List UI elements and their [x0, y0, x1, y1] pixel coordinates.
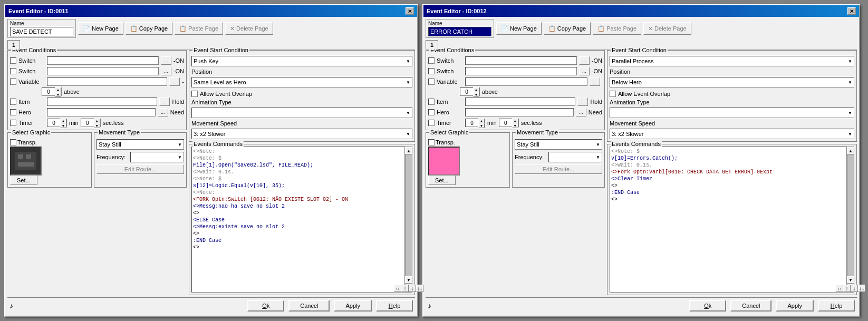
switch2-input-right[interactable]	[465, 67, 577, 75]
switch2-input-left[interactable]	[47, 67, 159, 75]
ok-btn-right[interactable]: Ok	[689, 300, 726, 312]
set-btn-left[interactable]: Set...	[10, 176, 37, 185]
event-start-select-right[interactable]: Parallel Process ▼	[610, 56, 854, 66]
paste-page-btn-left[interactable]: 📋 Paste Page	[175, 22, 223, 35]
spinner-up-left[interactable]: ▲	[55, 87, 61, 92]
var-checkbox-left[interactable]	[10, 79, 16, 85]
hero-checkbox-left[interactable]	[10, 109, 16, 115]
timer-checkbox-right[interactable]	[428, 120, 435, 126]
switch2-checkbox-left[interactable]	[10, 68, 16, 74]
event-start-select-left[interactable]: Push Key ▼	[191, 56, 412, 66]
cancel-btn-left[interactable]: Cancel	[288, 300, 330, 312]
arrow-btn-1-right[interactable]: ↔	[836, 285, 843, 292]
timer-min-down-left[interactable]: ▼	[60, 123, 66, 128]
var-btn-left[interactable]: ...	[169, 77, 180, 86]
scroll-up-right[interactable]: ▲	[847, 147, 854, 154]
switch1-btn-left[interactable]: ...	[161, 56, 171, 65]
timer-sec-down-left[interactable]: ▼	[94, 123, 100, 128]
switch2-checkbox-right[interactable]	[428, 68, 435, 74]
arrow-btn-2-right[interactable]: ↑	[843, 285, 851, 292]
edit-route-btn-right[interactable]: Edit Route...	[515, 164, 602, 174]
arrow-btn-4-left[interactable]: ↓↓	[416, 285, 423, 292]
timer-sec-input-right[interactable]	[499, 120, 512, 126]
scroll-down-left[interactable]: ▼	[405, 276, 412, 284]
item-btn-right[interactable]: ...	[577, 98, 588, 106]
scroll-track-right[interactable]	[847, 154, 854, 276]
switch1-input-right[interactable]	[465, 56, 577, 65]
name-input-left[interactable]: SAVE DETECT	[10, 27, 73, 36]
var-btn-right[interactable]: ...	[590, 77, 600, 86]
speed-select-left[interactable]: 3: x2 Slower ▼	[191, 129, 412, 139]
name-input-right[interactable]: ERROR CATCH	[428, 27, 491, 36]
switch1-input-left[interactable]	[47, 56, 159, 65]
code-area-left[interactable]: <>Note: <>Note: $ File[1].Open("Save02.l…	[191, 147, 405, 293]
var-checkbox-right[interactable]	[428, 79, 435, 85]
anim-select-right[interactable]: ▼	[610, 108, 854, 118]
item-input-left[interactable]	[47, 98, 157, 106]
timer-sec-input-left[interactable]	[81, 120, 94, 126]
var-input-left[interactable]	[47, 77, 167, 86]
movement-select-right[interactable]: Stay Still ▼	[515, 139, 602, 150]
arrow-btn-3-right[interactable]: ↓	[851, 285, 858, 292]
transp-checkbox-left[interactable]	[10, 139, 16, 145]
help-btn-right[interactable]: Help	[818, 300, 855, 312]
hero-btn-right[interactable]: ...	[576, 108, 586, 116]
scroll-down-right[interactable]: ▼	[847, 276, 854, 284]
arrow-btn-1-left[interactable]: ↔	[394, 285, 401, 292]
timer-min-input-right[interactable]	[466, 120, 478, 126]
apply-btn-left[interactable]: Apply	[334, 300, 372, 312]
movement-select-left[interactable]: Stay Still ▼	[97, 139, 184, 150]
help-btn-left[interactable]: Help	[376, 300, 413, 312]
cancel-btn-right[interactable]: Cancel	[730, 300, 771, 312]
graphic-preview-left[interactable]	[10, 147, 42, 176]
timer-min-input-left[interactable]	[47, 120, 60, 126]
tab-1-left[interactable]: 1	[7, 40, 20, 50]
copy-page-btn-left[interactable]: 📋 Copy Page	[126, 22, 172, 35]
spinner-input-right[interactable]	[460, 89, 473, 95]
scroll-up-left[interactable]: ▲	[405, 147, 412, 154]
code-area-right[interactable]: <>Note: $ v[10]=Errors.Catch(); <>Wait: …	[610, 147, 847, 293]
edit-route-btn-left[interactable]: Edit Route...	[97, 164, 184, 174]
new-page-btn-left[interactable]: 📄 New Page	[78, 22, 123, 35]
speed-select-right[interactable]: 3: x2 Slower ▼	[610, 129, 854, 139]
spinner-down-left[interactable]: ▼	[55, 92, 61, 97]
switch1-checkbox-right[interactable]	[428, 57, 435, 64]
arrow-btn-2-left[interactable]: ↑	[401, 285, 409, 292]
delete-page-btn-left[interactable]: ✕ Delete Page	[225, 22, 273, 35]
switch1-btn-right[interactable]: ...	[579, 56, 590, 65]
arrow-btn-3-left[interactable]: ↓	[409, 285, 416, 292]
var-input-right[interactable]	[465, 77, 587, 86]
spinner-up-right[interactable]: ▲	[473, 87, 479, 92]
overlap-checkbox-right[interactable]	[610, 91, 616, 97]
timer-sec-down-right[interactable]: ▼	[512, 123, 518, 128]
item-btn-left[interactable]: ...	[159, 98, 170, 106]
tab-1-right[interactable]: 1	[426, 40, 438, 50]
position-select-right[interactable]: Below Hero ▼	[610, 77, 854, 87]
ok-btn-left[interactable]: Ok	[247, 300, 284, 312]
hero-input-right[interactable]	[465, 108, 574, 116]
transp-checkbox-right[interactable]	[428, 139, 435, 145]
timer-sec-up-left[interactable]: ▲	[94, 119, 100, 123]
freq-select-right[interactable]: ▼	[548, 152, 602, 162]
timer-min-up-right[interactable]: ▲	[478, 119, 485, 123]
spinner-down-right[interactable]: ▼	[473, 92, 479, 97]
scroll-track-left[interactable]	[406, 154, 412, 276]
overlap-checkbox-left[interactable]	[191, 91, 198, 97]
freq-select-left[interactable]: ▼	[130, 152, 184, 162]
item-checkbox-left[interactable]	[10, 99, 16, 105]
close-btn-left[interactable]: ✕	[406, 7, 414, 15]
item-checkbox-right[interactable]	[428, 99, 435, 105]
apply-btn-right[interactable]: Apply	[776, 300, 814, 312]
anim-select-left[interactable]: ▼	[191, 108, 412, 118]
paste-page-btn-right[interactable]: 📋 Paste Page	[593, 22, 641, 35]
timer-checkbox-left[interactable]	[10, 120, 16, 126]
timer-min-down-right[interactable]: ▼	[478, 123, 485, 128]
new-page-btn-right[interactable]: 📄 New Page	[496, 22, 542, 35]
switch2-btn-left[interactable]: ...	[161, 67, 171, 75]
switch1-checkbox-left[interactable]	[10, 57, 16, 64]
position-select-left[interactable]: Same Level as Hero ▼	[191, 77, 412, 87]
spinner-input-left[interactable]	[42, 89, 55, 95]
set-btn-right[interactable]: Set...	[428, 176, 456, 185]
timer-min-up-left[interactable]: ▲	[60, 119, 66, 123]
arrow-btn-4-right[interactable]: ↓↓	[858, 285, 865, 292]
